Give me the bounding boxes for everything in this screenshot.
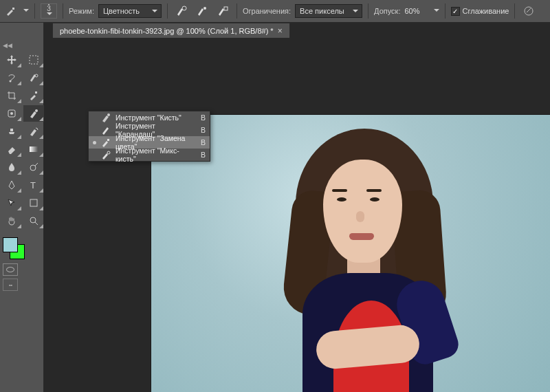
- flyout-item-label: Инструмент "Кисть": [116, 113, 197, 122]
- foreground-color-swatch[interactable]: [3, 237, 18, 252]
- brush-tool[interactable]: [23, 105, 44, 122]
- pencil-icon: [100, 124, 111, 135]
- flyout-item-shortcut: B: [201, 151, 206, 159]
- document-area: phoebe-tonkin-fibi-tonkin-3923.jpg @ 100…: [44, 23, 550, 392]
- screen-mode-button[interactable]: ▫▫▫: [3, 279, 18, 291]
- brush-tool-flyout: Инструмент "Кисть"BИнструмент "Карандаш"…: [88, 111, 210, 162]
- document-tab[interactable]: phoebe-tonkin-fibi-tonkin-3923.jpg @ 100…: [52, 23, 290, 38]
- svg-point-17: [107, 113, 110, 116]
- svg-point-16: [30, 217, 36, 223]
- svg-point-13: [30, 165, 36, 171]
- tools-panel: ◀◀ T ▫▫▫: [0, 23, 44, 392]
- canvas[interactable]: [151, 115, 550, 392]
- mixer-brush-icon: [100, 149, 111, 160]
- svg-rect-18: [107, 139, 109, 141]
- clone-stamp-tool[interactable]: [1, 123, 22, 140]
- svg-rect-12: [30, 146, 38, 152]
- main-area: ◀◀ T ▫▫▫ phoebe-tonkin-fibi-tonkin-3923.…: [0, 23, 550, 392]
- svg-point-19: [107, 151, 110, 154]
- flyout-item-label: Инструмент "Микс-кисть": [116, 146, 197, 163]
- flyout-item-shortcut: B: [201, 126, 206, 134]
- spot-heal-tool[interactable]: [1, 105, 22, 122]
- zoom-tool[interactable]: [23, 213, 44, 229]
- gradient-tool[interactable]: [23, 141, 44, 157]
- collapse-tools-icon[interactable]: ◀◀: [3, 42, 12, 49]
- path-select-tool[interactable]: [1, 195, 22, 211]
- svg-rect-15: [30, 199, 37, 206]
- document-tab-title: phoebe-tonkin-fibi-tonkin-3923.jpg @ 100…: [60, 27, 274, 35]
- shape-tool[interactable]: [23, 195, 44, 211]
- close-tab-icon[interactable]: ×: [278, 26, 283, 36]
- selected-dot-icon: [93, 141, 96, 144]
- flyout-item-3[interactable]: Инструмент "Микс-кисть"B: [89, 149, 210, 161]
- svg-point-10: [10, 112, 13, 115]
- brush-icon: [100, 112, 111, 123]
- crop-tool[interactable]: [1, 87, 22, 104]
- type-tool[interactable]: T: [23, 177, 44, 193]
- marquee-tool[interactable]: [23, 52, 44, 68]
- dodge-tool[interactable]: [23, 159, 44, 175]
- svg-text:T: T: [30, 180, 36, 190]
- svg-point-11: [35, 109, 38, 112]
- hand-tool[interactable]: [1, 213, 22, 229]
- eyedropper-tool[interactable]: [23, 87, 44, 104]
- svg-point-6: [10, 80, 12, 83]
- blur-tool[interactable]: [1, 159, 22, 175]
- move-tool[interactable]: [1, 52, 22, 68]
- flyout-item-shortcut: B: [201, 138, 206, 146]
- lasso-tool[interactable]: [1, 69, 22, 86]
- pen-tool[interactable]: [1, 177, 22, 193]
- color-replace-icon: [100, 137, 111, 148]
- flyout-item-shortcut: B: [201, 113, 206, 122]
- quick-mask-toggle[interactable]: [3, 263, 18, 276]
- svg-rect-5: [30, 56, 38, 64]
- eraser-tool[interactable]: [1, 141, 22, 157]
- history-brush-tool[interactable]: [23, 123, 44, 140]
- svg-rect-8: [35, 91, 37, 94]
- image-content: [254, 129, 481, 392]
- color-swatches[interactable]: [3, 237, 25, 259]
- quick-select-tool[interactable]: [23, 69, 44, 86]
